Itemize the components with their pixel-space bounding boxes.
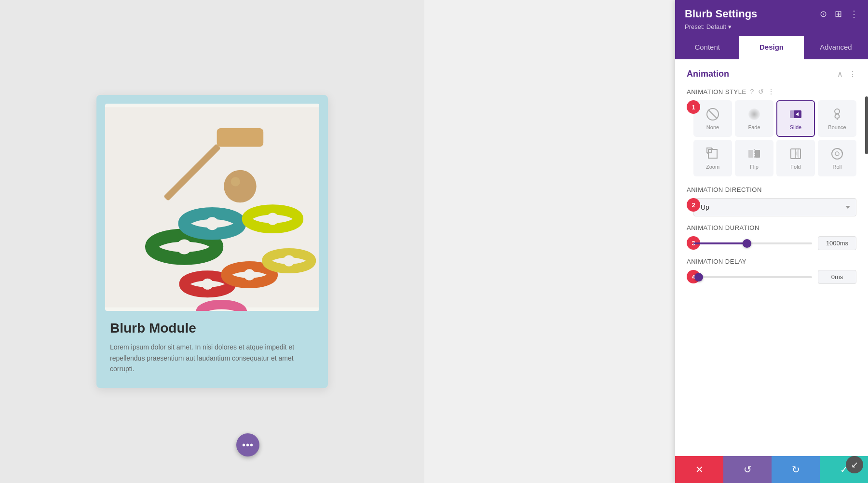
more-icon[interactable]: ⋮ xyxy=(850,9,858,19)
blurb-card: Blurb Module Lorem ipsum dolor sit amet.… xyxy=(96,95,328,388)
svg-point-16 xyxy=(244,269,255,281)
animation-direction-container: 2 Up Down Left Right xyxy=(693,198,856,216)
duration-slider-thumb[interactable] xyxy=(743,239,751,248)
animation-duration-field: Animation Duration 3 1000ms xyxy=(687,224,856,250)
anim-option-fade[interactable]: Fade xyxy=(735,100,773,137)
panel-title: Blurb Settings xyxy=(685,8,757,20)
none-label: None xyxy=(706,124,719,130)
none-icon xyxy=(706,107,719,121)
tab-content[interactable]: Content xyxy=(675,36,739,59)
fade-icon xyxy=(747,107,761,121)
svg-point-4 xyxy=(231,177,240,187)
cancel-icon: ✕ xyxy=(695,464,704,475)
panel-body: Animation ∧ ⋮ Animation Style ? ↺ ⋮ 1 xyxy=(675,59,868,456)
svg-rect-30 xyxy=(748,150,753,158)
slide-label: Slide xyxy=(790,124,801,130)
animation-delay-container: 4 0ms xyxy=(693,270,856,284)
flip-label: Flip xyxy=(750,164,759,170)
animation-direction-select[interactable]: Up Down Left Right xyxy=(693,198,856,216)
svg-point-20 xyxy=(748,108,760,120)
animation-direction-label: Animation Direction xyxy=(687,186,856,193)
bounce-icon xyxy=(830,107,844,121)
tab-design[interactable]: Design xyxy=(739,36,803,59)
animation-section: Animation ∧ ⋮ Animation Style ? ↺ ⋮ 1 xyxy=(675,59,868,301)
tab-advanced[interactable]: Advanced xyxy=(804,36,868,59)
delay-slider-track[interactable] xyxy=(693,276,812,278)
svg-rect-31 xyxy=(755,150,760,158)
svg-point-36 xyxy=(835,152,839,156)
animation-direction-field: Animation Direction 2 Up Down Left Right xyxy=(687,186,856,216)
blurb-title: Blurb Module xyxy=(110,321,314,336)
animation-style-grid: None Fade xyxy=(693,100,856,176)
panel-header: Blurb Settings ⊙ ⊞ ⋮ Preset: Default ▾ xyxy=(675,0,868,36)
animation-duration-container: 3 1000ms xyxy=(693,236,856,250)
redo-button[interactable]: ↻ xyxy=(772,456,820,483)
blurb-text: Lorem ipsum dolor sit amet. In nisi dolo… xyxy=(110,342,314,374)
anim-option-roll[interactable]: Roll xyxy=(818,140,856,176)
section-more-icon[interactable]: ⋮ xyxy=(849,69,856,79)
animation-duration-label: Animation Duration xyxy=(687,224,856,231)
undo-icon: ↺ xyxy=(744,464,752,475)
animation-section-header: Animation ∧ ⋮ xyxy=(687,69,856,79)
cursor-icon: ↙ xyxy=(846,456,863,473)
animation-style-label: Animation Style ? ↺ ⋮ xyxy=(687,88,856,95)
svg-point-3 xyxy=(224,170,257,203)
blurb-content: Blurb Module Lorem ipsum dolor sit amet.… xyxy=(105,311,319,379)
panel-header-icons: ⊙ ⊞ ⋮ xyxy=(820,9,858,19)
layout-icon[interactable]: ⊞ xyxy=(835,9,842,19)
svg-point-14 xyxy=(267,213,279,225)
svg-rect-2 xyxy=(217,128,264,147)
action-bar: ✕ ↺ ↻ ✓ xyxy=(675,456,868,483)
fold-label: Fold xyxy=(790,164,800,170)
fold-icon xyxy=(789,147,802,161)
step-badge-1: 1 xyxy=(687,100,700,114)
delay-slider-row: 0ms xyxy=(693,270,856,284)
svg-point-17 xyxy=(284,255,295,267)
chevron-up-icon[interactable]: ∧ xyxy=(837,69,843,79)
zoom-label: Zoom xyxy=(706,164,719,170)
animation-style-container: 1 None xyxy=(693,100,856,176)
animation-style-field: Animation Style ? ↺ ⋮ 1 xyxy=(687,88,856,176)
cancel-button[interactable]: ✕ xyxy=(675,456,723,483)
duration-slider-fill xyxy=(693,242,747,244)
panel-preset[interactable]: Preset: Default ▾ xyxy=(685,23,858,30)
anim-option-flip[interactable]: Flip xyxy=(735,140,773,176)
duration-slider-row: 1000ms xyxy=(693,236,856,250)
settings-panel: Blurb Settings ⊙ ⊞ ⋮ Preset: Default ▾ C… xyxy=(675,0,868,483)
blurb-image xyxy=(105,104,319,311)
anim-option-bounce[interactable]: Bounce xyxy=(818,100,856,137)
roll-label: Roll xyxy=(833,164,842,170)
anim-option-zoom[interactable]: Zoom xyxy=(693,140,732,176)
svg-line-19 xyxy=(708,110,717,119)
svg-point-13 xyxy=(205,217,218,230)
delay-value: 0ms xyxy=(818,270,856,284)
animation-section-title: Animation xyxy=(687,69,729,79)
svg-rect-26 xyxy=(707,148,712,153)
svg-rect-27 xyxy=(708,149,717,158)
svg-point-11 xyxy=(201,305,243,311)
help-icon[interactable]: ? xyxy=(750,88,754,95)
undo-button[interactable]: ↺ xyxy=(723,456,772,483)
roll-icon xyxy=(830,147,844,161)
flip-icon xyxy=(747,147,761,161)
delay-slider-thumb[interactable] xyxy=(694,273,703,282)
options-icon[interactable]: ⋮ xyxy=(768,88,775,95)
target-icon[interactable]: ⊙ xyxy=(820,9,827,19)
svg-point-24 xyxy=(835,109,840,114)
preview-area: Blurb Module Lorem ipsum dolor sit amet.… xyxy=(0,0,424,483)
section-controls: ∧ ⋮ xyxy=(837,69,856,79)
animation-delay-field: Animation Delay 4 0ms xyxy=(687,258,856,284)
duration-slider-track[interactable] xyxy=(693,242,812,244)
zoom-icon xyxy=(706,147,719,161)
reset-icon[interactable]: ↺ xyxy=(758,88,764,95)
anim-option-slide[interactable]: Slide xyxy=(776,100,815,137)
duration-value: 1000ms xyxy=(818,236,856,250)
floating-menu-button[interactable]: ••• xyxy=(236,433,259,456)
svg-point-15 xyxy=(202,279,213,290)
anim-option-fold[interactable]: Fold xyxy=(776,140,815,176)
animation-delay-label: Animation Delay xyxy=(687,258,856,265)
svg-point-12 xyxy=(177,240,192,255)
redo-icon: ↻ xyxy=(792,464,800,475)
fade-label: Fade xyxy=(748,124,760,130)
panel-tabs: Content Design Advanced xyxy=(675,36,868,59)
